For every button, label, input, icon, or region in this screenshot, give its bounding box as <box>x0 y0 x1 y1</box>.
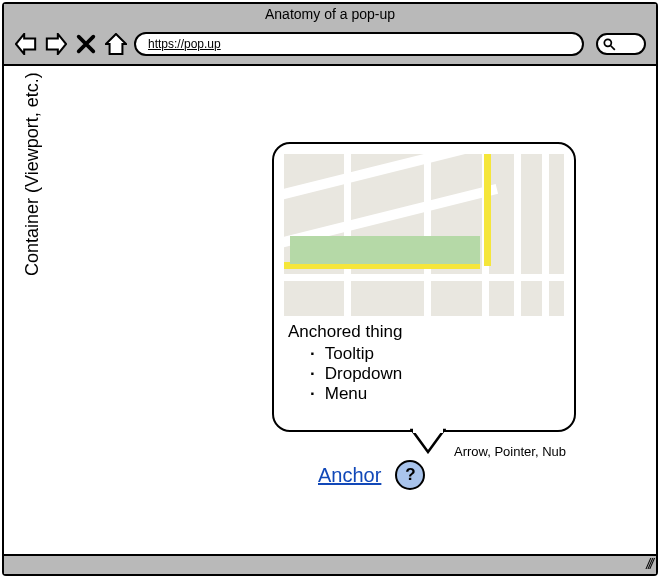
anchor-row: Anchor ? <box>318 460 425 490</box>
search-box[interactable] <box>596 33 646 55</box>
status-bar <box>4 554 656 574</box>
map-image <box>284 154 564 316</box>
list-item: Menu <box>310 384 560 404</box>
stop-button[interactable] <box>74 32 98 56</box>
svg-marker-2 <box>412 430 444 452</box>
container-label: Container (Viewport, etc.) <box>22 72 43 276</box>
arrow-label: Arrow, Pointer, Nub <box>454 444 566 459</box>
home-button[interactable] <box>104 32 128 56</box>
resize-grip-icon[interactable]: /// <box>646 556 652 572</box>
window-title: Anatomy of a pop-up <box>4 4 656 24</box>
back-button[interactable] <box>14 32 38 56</box>
forward-button[interactable] <box>44 32 68 56</box>
popup-item-list: Tooltip Dropdown Menu <box>288 342 560 404</box>
viewport: Container (Viewport, etc.) Anchored thin… <box>4 66 656 554</box>
url-bar[interactable] <box>134 32 584 56</box>
search-icon <box>602 37 616 51</box>
svg-point-0 <box>604 39 611 46</box>
svg-rect-3 <box>413 428 443 433</box>
browser-toolbar: Anatomy of a pop-up <box>4 4 656 66</box>
popup-arrow-nub <box>410 428 446 454</box>
popup-text: Anchored thing Tooltip Dropdown Menu <box>284 316 564 404</box>
popup-heading: Anchored thing <box>288 322 560 342</box>
list-item: Tooltip <box>310 344 560 364</box>
help-icon[interactable]: ? <box>395 460 425 490</box>
nav-row <box>4 24 656 64</box>
popup-panel: Anchored thing Tooltip Dropdown Menu <box>272 142 576 432</box>
browser-window: Anatomy of a pop-up Container (Viewport,… <box>2 2 658 576</box>
svg-line-1 <box>611 46 615 50</box>
list-item: Dropdown <box>310 364 560 384</box>
anchor-link[interactable]: Anchor <box>318 464 381 487</box>
